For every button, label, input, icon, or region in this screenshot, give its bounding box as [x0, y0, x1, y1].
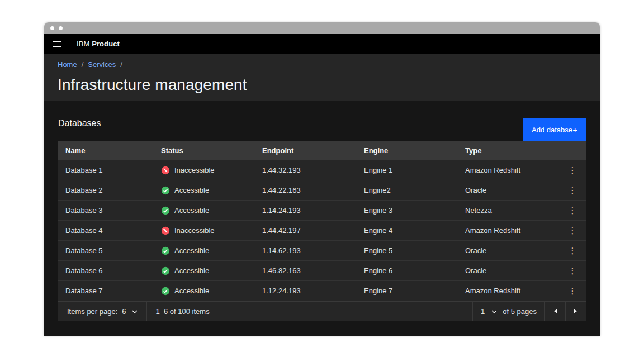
main-content: Databases Add databse + Name Status Endp… — [44, 101, 600, 336]
overflow-menu-icon[interactable]: ⋮ — [564, 161, 581, 179]
cell-endpoint: 1.44.32.193 — [255, 166, 357, 174]
overflow-menu-icon[interactable]: ⋮ — [564, 242, 581, 260]
cell-name: Database 4 — [58, 226, 154, 235]
inaccessible-icon — [161, 226, 170, 235]
cell-type: Amazon Redshift — [458, 287, 559, 295]
chevron-down-icon — [132, 310, 138, 313]
status-label: Accessible — [174, 287, 209, 295]
table-row: Database 6 Accessible 1.46.82.163 Engine… — [58, 261, 586, 281]
pages-total-text: of 5 pages — [503, 307, 537, 316]
app-window: IBM Product Home / Services / Infrastruc… — [44, 22, 600, 336]
table-header-row: Name Status Endpoint Engine Type — [58, 141, 586, 160]
breadcrumb: Home / Services / — [58, 60, 586, 69]
cell-status: Inaccessible — [154, 226, 255, 235]
cell-type: Oracle — [458, 186, 559, 194]
brand-title: IBM Product — [77, 40, 120, 48]
section-title: Databases — [58, 118, 101, 128]
cell-endpoint: 1.44.42.197 — [255, 226, 357, 235]
items-per-page-label: Items per page: — [67, 307, 117, 316]
add-database-button-label: Add databse — [532, 126, 572, 134]
cell-endpoint: 1.14.62.193 — [255, 246, 357, 255]
pagination-bar: Items per page: 6 1–6 of 100 items 1 of … — [58, 301, 586, 321]
column-header-name: Name — [58, 146, 154, 155]
browser-titlebar — [44, 22, 600, 34]
column-header-status: Status — [154, 146, 255, 155]
breadcrumb-link-services[interactable]: Services — [88, 60, 116, 69]
pagination-right: 1 of 5 pages — [472, 302, 586, 321]
items-per-page-value: 6 — [122, 307, 126, 316]
caret-right-icon — [574, 307, 578, 316]
breadcrumb-separator: / — [82, 60, 84, 69]
accessible-icon — [161, 266, 170, 275]
status-label: Accessible — [174, 186, 209, 194]
accessible-icon — [161, 186, 170, 195]
app-header: IBM Product — [44, 34, 600, 54]
overflow-menu-icon[interactable]: ⋮ — [564, 262, 581, 280]
items-per-page-select[interactable]: Items per page: 6 — [58, 302, 146, 321]
cell-status: Accessible — [154, 246, 255, 255]
overflow-menu-icon[interactable]: ⋮ — [564, 282, 581, 300]
table-row: Database 4 Inaccessible 1.44.42.197 Engi… — [58, 221, 586, 241]
cell-engine: Engine 6 — [357, 266, 458, 275]
table-row: Database 1 Inaccessible 1.44.32.193 Engi… — [58, 160, 586, 180]
chevron-down-icon — [491, 310, 497, 313]
page-header: Home / Services / Infrastructure managem… — [44, 54, 600, 101]
brand-prefix: IBM — [77, 40, 89, 48]
hamburger-menu-icon[interactable] — [53, 41, 61, 47]
previous-page-button[interactable] — [544, 302, 565, 321]
breadcrumb-link-home[interactable]: Home — [58, 60, 77, 69]
page-number-value: 1 — [481, 307, 485, 316]
cell-engine: Engine2 — [357, 186, 458, 194]
cell-type: Oracle — [458, 246, 559, 255]
cell-engine: Engine 1 — [357, 166, 458, 174]
cell-engine: Engine 7 — [357, 287, 458, 295]
cell-status: Accessible — [154, 266, 255, 275]
cell-endpoint: 1.46.82.163 — [255, 266, 357, 275]
cell-engine: Engine 4 — [357, 226, 458, 235]
accessible-icon — [161, 246, 170, 255]
table-row: Database 5 Accessible 1.14.62.193 Engine… — [58, 241, 586, 261]
cell-type: Netezza — [458, 206, 559, 215]
cell-name: Database 7 — [58, 287, 154, 295]
status-label: Accessible — [174, 206, 209, 215]
breadcrumb-separator: / — [120, 60, 122, 69]
cell-name: Database 3 — [58, 206, 154, 215]
cell-status: Inaccessible — [154, 166, 255, 175]
pagination-range-text: 1–6 of 100 items — [147, 302, 219, 321]
page-title: Infrastructure management — [58, 76, 586, 94]
overflow-menu-icon[interactable]: ⋮ — [564, 182, 581, 199]
inaccessible-icon — [161, 166, 170, 175]
page-number-select[interactable]: 1 of 5 pages — [473, 302, 544, 321]
cell-actions: ⋮ — [559, 202, 586, 220]
cell-actions: ⋮ — [559, 161, 586, 179]
caret-left-icon — [553, 307, 557, 316]
databases-table: Name Status Endpoint Engine Type Databas… — [58, 141, 586, 301]
next-page-button[interactable] — [565, 302, 586, 321]
accessible-icon — [161, 206, 170, 215]
status-label: Inaccessible — [174, 166, 215, 174]
plus-icon: + — [572, 126, 577, 134]
add-database-button[interactable]: Add databse + — [523, 118, 586, 141]
table-toolbar: Databases Add databse + — [58, 101, 586, 141]
table-row: Database 2 Accessible 1.44.22.163 Engine… — [58, 180, 586, 201]
status-label: Accessible — [174, 266, 209, 275]
status-label: Inaccessible — [174, 226, 215, 235]
window-control-dot[interactable] — [50, 26, 54, 30]
overflow-menu-icon[interactable]: ⋮ — [564, 202, 581, 220]
cell-status: Accessible — [154, 186, 255, 195]
cell-endpoint: 1.14.24.193 — [255, 206, 357, 215]
cell-name: Database 6 — [58, 266, 154, 275]
cell-actions: ⋮ — [559, 262, 586, 280]
table-body: Database 1 Inaccessible 1.44.32.193 Engi… — [58, 160, 586, 301]
window-control-dot[interactable] — [59, 26, 63, 30]
cell-engine: Engine 5 — [357, 246, 458, 255]
overflow-menu-icon[interactable]: ⋮ — [564, 222, 581, 240]
cell-actions: ⋮ — [559, 242, 586, 260]
table-row: Database 3 Accessible 1.14.24.193 Engine… — [58, 201, 586, 221]
column-header-type: Type — [458, 146, 559, 155]
cell-name: Database 1 — [58, 166, 154, 174]
cell-actions: ⋮ — [559, 282, 586, 300]
column-header-engine: Engine — [357, 146, 458, 155]
cell-endpoint: 1.44.22.163 — [255, 186, 357, 194]
cell-name: Database 5 — [58, 246, 154, 255]
